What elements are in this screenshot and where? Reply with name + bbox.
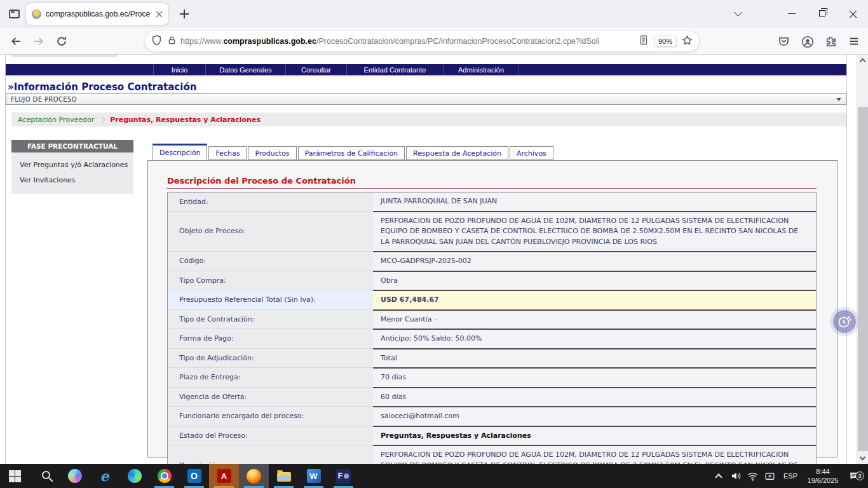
lock-icon[interactable] xyxy=(167,36,177,48)
table-row: Descripción:PERFORACION DE POZO PROFUNDO… xyxy=(168,445,816,464)
menu-item-consultar[interactable]: Consultar xyxy=(285,64,346,75)
sidebar-links: Ver Preguntas y/ó AclaracionesVer Invita… xyxy=(11,152,133,194)
field-label: Descripción: xyxy=(168,445,373,464)
taskbar-firma-app-icon[interactable]: F xyxy=(329,464,358,488)
taskbar-file-explorer-icon[interactable] xyxy=(269,464,299,488)
process-flow-accordion[interactable]: FLUJO DE PROCESO xyxy=(6,93,846,105)
language-indicator[interactable]: ESP xyxy=(778,472,803,480)
bookmark-star-icon[interactable] xyxy=(682,35,693,48)
clock[interactable]: 8:44 19/6/2025 xyxy=(803,467,843,485)
browser-tab[interactable]: compraspublicas.gob.ec/Proce xyxy=(26,3,168,25)
zoom-level-badge[interactable]: 90% xyxy=(654,36,677,47)
tab-par-metros-de-calificaci-n[interactable]: Parámetros de Calificación xyxy=(298,146,405,160)
field-value: Anticipo: 50% Saldo: 50.00% xyxy=(373,329,816,348)
tab-respuesta-de-aceptaci-n[interactable]: Respuesta de Aceptación xyxy=(406,146,508,160)
window-restore-button[interactable] xyxy=(819,10,825,17)
firefox-view-icon[interactable] xyxy=(6,6,22,22)
windows-taskbar: eOAWF ESP 8:44 19/6/2025 3 xyxy=(0,464,868,488)
sidebar-header: FASE PRECONTRACTUAL xyxy=(11,140,133,152)
field-label: Tipo de Adjudicación: xyxy=(168,348,373,368)
search-glyph xyxy=(42,471,50,479)
back-button[interactable] xyxy=(10,36,22,47)
scrollbar-thumb[interactable] xyxy=(858,107,868,451)
forward-button[interactable] xyxy=(33,36,44,47)
breadcrumb: Aceptación Proveedor Preguntas, Respuest… xyxy=(11,112,846,126)
account-icon[interactable] xyxy=(801,36,814,48)
extension-floating-button[interactable] xyxy=(833,310,856,333)
menu-item-inicio[interactable]: Inicio xyxy=(153,64,205,75)
cast-display-icon[interactable] xyxy=(761,470,778,482)
tab-close-icon[interactable] xyxy=(156,11,163,18)
taskbar-chrome-icon[interactable] xyxy=(149,464,179,488)
url-text: https://www.compraspublicas.gob.ec/Proce… xyxy=(180,37,639,46)
scroll-down-icon[interactable] xyxy=(860,454,866,461)
taskbar-firefox-icon[interactable] xyxy=(239,464,269,488)
sidebar-link[interactable]: Ver Invitaciones xyxy=(11,173,133,188)
process-table: Entidad:JUNTA PARROQUIAL DE SAN JUANObje… xyxy=(167,192,817,464)
breadcrumb-chevron-icon xyxy=(99,116,105,123)
table-row: Objeto de Proceso:PERFORACION DE POZO PR… xyxy=(168,211,816,252)
taskbar-start-icon[interactable] xyxy=(0,464,30,488)
window-close-button[interactable] xyxy=(849,10,857,18)
field-label: Forma de Pago: xyxy=(168,329,373,348)
taskbar-internet-explorer-icon[interactable]: e xyxy=(90,464,119,488)
reload-button[interactable] xyxy=(56,36,67,47)
field-value: Menor Cuantía - xyxy=(373,309,816,329)
table-row: Estado del Proceso:Preguntas, Respuestas… xyxy=(168,426,816,445)
url-bar[interactable]: https://www.compraspublicas.gob.ec/Proce… xyxy=(145,31,699,51)
section-title: Descripción del Proceso de Contratación xyxy=(167,176,817,189)
menu-item-entidad-contratante[interactable]: Entidad Contratante xyxy=(346,64,443,75)
taskbar-edge-icon[interactable] xyxy=(119,464,149,488)
menu-item-administraci-n[interactable]: Administración xyxy=(443,64,519,75)
tab-list-chevron-icon[interactable] xyxy=(732,8,743,20)
tab-archivos[interactable]: Archivos xyxy=(510,146,553,160)
taskbar-word-icon[interactable]: W xyxy=(299,464,329,488)
tab-title: compraspublicas.gob.ec/Proce xyxy=(46,10,152,18)
window-minimize-button[interactable] xyxy=(788,13,796,14)
firma-app-glyph: F xyxy=(336,469,351,484)
sidebar: FASE PRECONTRACTUAL Ver Preguntas y/ó Ac… xyxy=(11,140,133,194)
tab-descripci-n[interactable]: Descripción xyxy=(153,144,207,161)
pocket-icon[interactable] xyxy=(778,36,790,48)
notification-center-icon[interactable]: 3 xyxy=(843,470,865,482)
page-scrollbar[interactable] xyxy=(857,55,868,464)
browser-tab-bar: compraspublicas.gob.ec/Proce xyxy=(0,0,868,28)
tray-expand-chevron-icon[interactable] xyxy=(710,473,727,480)
table-row: Tipo de Adjudicación:Total xyxy=(168,348,816,368)
page-left-border xyxy=(5,55,6,464)
taskbar-outlook-icon[interactable]: O xyxy=(179,464,209,488)
tracking-shield-icon[interactable] xyxy=(151,35,162,48)
menu-item-datos-generales[interactable]: Datos Generales xyxy=(205,64,285,75)
table-row: Tipo de Contratación:Menor Cuantía - xyxy=(168,309,816,329)
field-value: saloceci@hotmail.com xyxy=(373,406,816,426)
taskbar-acrobat-icon[interactable]: A xyxy=(209,464,239,488)
taskbar-copilot-icon[interactable] xyxy=(60,464,90,488)
reader-view-icon[interactable] xyxy=(639,35,649,48)
site-menu: InicioDatos GeneralesConsultarEntidad Co… xyxy=(6,64,846,76)
scroll-up-icon[interactable] xyxy=(860,58,866,65)
process-flow-label: FLUJO DE PROCESO xyxy=(11,96,77,103)
extensions-puzzle-icon[interactable] xyxy=(825,36,837,48)
menu-hamburger-icon[interactable] xyxy=(848,36,861,48)
tray-time: 8:44 xyxy=(803,467,843,476)
tab-productos[interactable]: Productos xyxy=(248,146,296,160)
word-glyph: W xyxy=(307,469,321,483)
breadcrumb-phase[interactable]: Aceptación Proveedor xyxy=(11,116,98,124)
field-value: USD 67,484.67 xyxy=(373,290,816,309)
wifi-icon[interactable] xyxy=(744,470,761,482)
taskbar-search-icon[interactable] xyxy=(30,464,60,488)
table-row: Vigencia de Oferta:60 días xyxy=(168,387,816,407)
sidebar-link[interactable]: Ver Preguntas y/ó Aclaraciones xyxy=(11,158,133,173)
table-row: Forma de Pago:Anticipo: 50% Saldo: 50.00… xyxy=(168,329,816,348)
file-explorer-glyph xyxy=(277,472,291,482)
tray-date: 19/6/2025 xyxy=(803,476,843,485)
detail-tabs: DescripciónFechasProductosParámetros de … xyxy=(153,143,555,160)
field-label: Estado del Proceso: xyxy=(168,426,373,445)
volume-icon[interactable] xyxy=(727,470,744,482)
field-value: JUNTA PARROQUIAL DE SAN JUAN xyxy=(373,193,816,211)
page-right-border xyxy=(846,55,847,464)
tab-fechas[interactable]: Fechas xyxy=(208,146,247,160)
browser-toolbar: https://www.compraspublicas.gob.ec/Proce… xyxy=(0,28,868,55)
table-row: Tipo Compra:Obra xyxy=(168,271,816,290)
new-tab-button[interactable] xyxy=(177,7,191,21)
